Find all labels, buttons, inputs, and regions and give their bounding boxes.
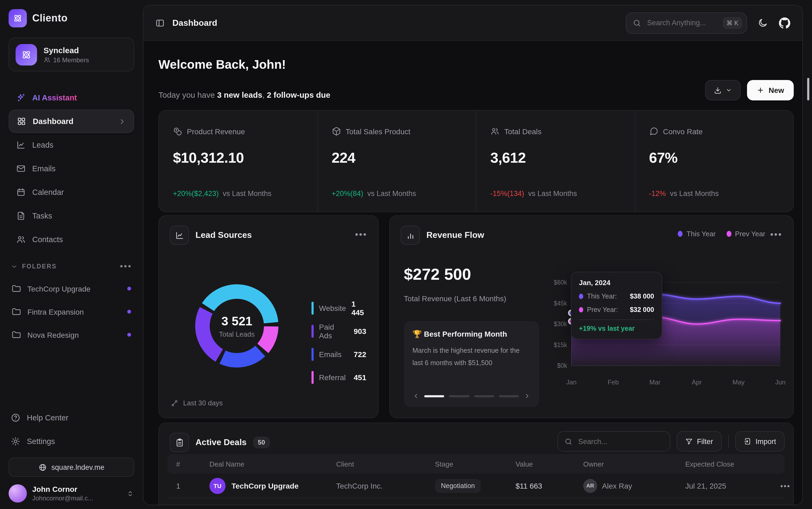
carousel-dash[interactable] — [449, 395, 469, 397]
welcome-heading: Welcome Back, John! — [159, 58, 286, 72]
deals-toolbar: Filter Import — [557, 431, 785, 451]
carousel-dash[interactable] — [474, 395, 494, 397]
globe-icon — [38, 463, 46, 471]
sidebar: Cliento Synclead 16 Members — [0, 0, 143, 509]
best-month-title: 🏆 Best Performing Month — [412, 330, 531, 338]
revenue-flow-menu-button[interactable]: ••• — [770, 230, 782, 239]
deals-search-input[interactable] — [577, 437, 663, 446]
scrollbar-thumb[interactable] — [807, 78, 809, 100]
stat-delta: -12% vs Last Months — [649, 190, 719, 198]
sidebar-item-label: Tasks — [32, 211, 52, 220]
global-search[interactable]: ⌘ K — [625, 12, 747, 34]
sidebar-toggle-icon[interactable] — [155, 18, 165, 28]
legend-item-referral: Referral 451 — [311, 366, 366, 389]
folder-status-dot — [127, 287, 131, 291]
tooltip-prev-year: Prev Year: $32 000 — [579, 306, 654, 313]
carousel-next-button[interactable] — [523, 393, 531, 400]
sidebar-footer: Help Center Settings square.lndev.me Joh… — [9, 406, 134, 509]
deals-search[interactable] — [557, 431, 670, 451]
svg-text:Jun: Jun — [775, 378, 786, 386]
legend-swatch — [311, 371, 314, 384]
user-menu[interactable]: John Cornor Johncornor@mail.c... — [9, 484, 134, 503]
sidebar-item-tasks[interactable]: Tasks — [9, 204, 134, 228]
sparkles-icon — [16, 93, 26, 103]
folder-item-fintra[interactable]: Fintra Expansion — [9, 300, 134, 323]
revenue-flow-card: Revenue Flow This Year Prev Year ••• $27… — [390, 215, 794, 418]
legend-swatch — [311, 348, 314, 361]
folders-label: FOLDERS — [22, 263, 57, 270]
new-button[interactable]: New — [747, 80, 794, 100]
row-menu-button[interactable]: ••• — [780, 481, 790, 490]
sidebar-item-ai-assistant[interactable]: AI Assistant — [9, 86, 134, 109]
topbar: Dashboard ⌘ K — [143, 5, 802, 41]
github-link[interactable] — [779, 17, 790, 29]
folder-icon — [12, 284, 21, 293]
carousel-prev-button[interactable] — [412, 393, 419, 400]
user-email: Johncornor@mail.c... — [32, 495, 93, 502]
deals-count-badge: 50 — [253, 437, 270, 448]
revenue-total: $272 500 — [404, 265, 471, 283]
legend-prev-year: Prev Year — [726, 230, 765, 238]
lead-sources-legend: Website 1 445 Paid Ads 903 Emails 722 Re… — [311, 296, 366, 389]
folder-status-dot — [127, 333, 131, 337]
theme-toggle-button[interactable] — [758, 18, 768, 28]
folder-item-techcorp[interactable]: TechCorp Upgrade — [9, 277, 134, 300]
stat-convo-rate: Convo Rate 67% -12% vs Last Months — [635, 111, 793, 211]
legend-swatch — [311, 325, 314, 337]
folders-section-header[interactable]: FOLDERS ••• — [9, 256, 134, 277]
moon-icon — [758, 18, 768, 28]
stat-total-sales: Total Sales Product 224 +20%(84) vs Last… — [317, 111, 476, 211]
help-center-item[interactable]: Help Center — [9, 406, 134, 430]
settings-item[interactable]: Settings — [9, 430, 134, 453]
tooltip-delta: +19% vs last year — [579, 325, 654, 332]
stat-value: $10,312.10 — [173, 150, 317, 166]
carousel-dash[interactable] — [499, 395, 519, 397]
header-actions: New — [705, 80, 794, 100]
app-logo: Cliento — [9, 9, 68, 27]
stat-label: Convo Rate — [649, 127, 793, 136]
export-button[interactable] — [705, 80, 741, 100]
trophy-icon: 🏆 — [412, 330, 422, 338]
sidebar-item-dashboard[interactable]: Dashboard — [9, 109, 134, 133]
deal-name-cell: TU TechCorp Upgrade — [209, 478, 336, 494]
folder-item-nova[interactable]: Nova Redesign — [9, 323, 134, 346]
lead-sources-period: Last 30 days — [171, 399, 223, 407]
legend-dot — [726, 231, 731, 237]
sidebar-item-emails[interactable]: Emails — [9, 157, 134, 180]
bar-chart-icon — [406, 231, 415, 240]
sidebar-item-contacts[interactable]: Contacts — [9, 228, 134, 251]
svg-text:Mar: Mar — [649, 378, 661, 386]
chart-tooltip: Jan, 2024 This Year: $38 000 Prev Year: … — [571, 272, 662, 339]
active-deals-card: Active Deals 50 Filter — [159, 422, 794, 505]
message-circle-icon — [649, 127, 658, 136]
workspace-switcher[interactable]: Synclead 16 Members — [9, 38, 134, 71]
stat-product-revenue: Product Revenue $10,312.10 +20%($2,423) … — [159, 111, 317, 211]
domain-link-button[interactable]: square.lndev.me — [9, 457, 134, 477]
svg-text:May: May — [733, 378, 745, 386]
download-icon — [714, 86, 722, 94]
best-month-carousel — [412, 393, 531, 400]
stat-label: Product Revenue — [173, 127, 317, 136]
card-title: Active Deals — [196, 438, 246, 447]
global-search-input[interactable] — [646, 18, 718, 27]
carousel-dash-active[interactable] — [424, 395, 444, 397]
sidebar-item-label: Leads — [32, 141, 54, 149]
stat-label: Total Sales Product — [332, 127, 476, 136]
table-row[interactable]: 1 TU TechCorp Upgrade TechCorp Inc. Nego… — [168, 474, 785, 498]
filter-button[interactable]: Filter — [676, 431, 721, 451]
client-cell: TechCorp Inc. — [336, 481, 435, 490]
folders-menu-button[interactable]: ••• — [120, 262, 132, 271]
sidebar-item-leads[interactable]: Leads — [9, 133, 134, 157]
import-button[interactable]: Import — [735, 431, 785, 451]
folder-icon — [12, 330, 21, 339]
stat-label: Total Deals — [490, 127, 635, 136]
sidebar-item-calendar[interactable]: Calendar — [9, 180, 134, 204]
stage-badge: Negotiation — [435, 479, 481, 493]
users-icon — [16, 235, 26, 244]
app-window: Cliento Synclead 16 Members — [0, 0, 812, 509]
lead-sources-menu-button[interactable]: ••• — [355, 230, 367, 239]
svg-text:$0k: $0k — [557, 362, 567, 369]
calendar-icon — [16, 188, 26, 197]
svg-text:Apr: Apr — [692, 378, 702, 386]
package-icon — [332, 127, 341, 136]
